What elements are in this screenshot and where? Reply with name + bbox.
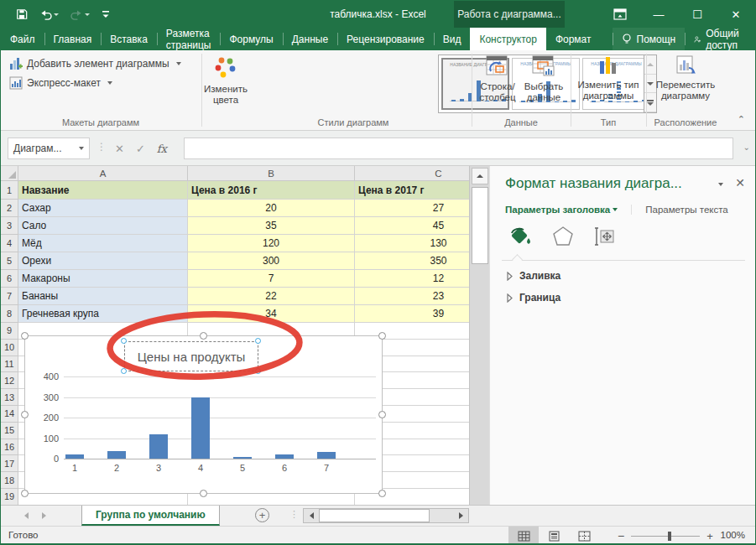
scroll-right-button[interactable]	[453, 509, 468, 522]
zoom-slider[interactable]	[631, 536, 700, 537]
ribbon-tab-файл[interactable]: Файл	[1, 28, 44, 50]
scroll-up-button[interactable]	[472, 168, 488, 184]
title-handle-br[interactable]	[255, 368, 261, 374]
column-header-B[interactable]: B	[188, 166, 355, 181]
tab-text-options[interactable]: Параметры текста	[631, 205, 727, 215]
cell-price-2017[interactable]: 45	[355, 217, 469, 235]
switch-row-column-button[interactable]: Строка/ столбец	[476, 54, 519, 103]
cancel-button[interactable]: ✕	[115, 143, 124, 155]
cell-price-2017[interactable]: 12	[355, 270, 469, 288]
row-header-3[interactable]: 3	[1, 217, 18, 235]
chart-handle-top-right[interactable]	[378, 332, 386, 340]
title-handle-bl[interactable]	[121, 368, 127, 374]
row-header-16[interactable]: 16	[1, 439, 18, 456]
row-header-6[interactable]: 6	[1, 270, 18, 288]
effects-button[interactable]	[552, 226, 574, 250]
ribbon-tab-общий-доступ[interactable]: Общий доступ	[685, 28, 753, 50]
cell-price-2016[interactable]: 7	[188, 270, 355, 288]
row-header-2[interactable]: 2	[1, 200, 18, 217]
formula-bar-expand-button[interactable]: ⌄	[743, 143, 750, 152]
save-button[interactable]	[16, 8, 28, 20]
next-sheet-button[interactable]	[42, 512, 46, 519]
cell-product-name[interactable]: Мёд	[18, 235, 188, 252]
ribbon-tab-формулы[interactable]: Формулы	[220, 28, 282, 50]
ribbon-tab-главная[interactable]: Главная	[44, 28, 102, 50]
ribbon-tab-формат[interactable]: Формат	[546, 28, 601, 50]
chart-bar[interactable]	[107, 451, 126, 459]
cell-price-2016[interactable]: 300	[188, 252, 355, 270]
cell-price-2016[interactable]: 20	[188, 200, 355, 217]
ribbon-tab-данные[interactable]: Данные	[283, 28, 337, 50]
ribbon-display-options-button[interactable]	[601, 1, 639, 28]
row-header-14[interactable]: 14	[1, 406, 18, 423]
horizontal-scroll-thumb[interactable]	[319, 509, 430, 522]
chart-bar[interactable]	[149, 434, 168, 459]
cell-product-name[interactable]: Сало	[18, 217, 188, 235]
change-colors-button[interactable]: Изменить цвета	[184, 55, 268, 106]
ribbon-tab-рецензирование[interactable]: Рецензирование	[337, 28, 434, 50]
row-header-12[interactable]: 12	[1, 372, 18, 389]
chart-title[interactable]: Цены на продукты	[124, 341, 258, 371]
sheet-tab-active[interactable]: Группа по умолчанию	[81, 506, 220, 526]
chart-handle-bottom-right[interactable]	[378, 490, 386, 497]
customize-qat-button[interactable]	[102, 9, 110, 19]
task-pane-close-button[interactable]: ✕	[735, 176, 745, 189]
chart-bar[interactable]	[191, 397, 210, 459]
cell[interactable]: Цена в 2017 г	[355, 181, 469, 200]
row-header-17[interactable]: 17	[1, 455, 18, 472]
task-pane-menu-caret[interactable]	[718, 183, 723, 186]
add-chart-element-button[interactable]: Добавить элемент диаграммы	[6, 55, 185, 72]
chart-bar[interactable]	[317, 452, 336, 459]
zoom-out-button[interactable]: −	[618, 529, 624, 542]
chart-handle-mid-right[interactable]	[378, 411, 386, 418]
chart-handle-top-left[interactable]	[21, 332, 29, 340]
row-header-8[interactable]: 8	[1, 305, 18, 323]
name-box[interactable]: Диаграм...	[8, 138, 90, 159]
row-header-19[interactable]: 19	[1, 489, 18, 505]
select-data-button[interactable]: Выбрать данные	[521, 54, 566, 103]
chart-bar[interactable]	[233, 457, 252, 459]
chart-handle-bottom-center[interactable]	[200, 490, 207, 497]
name-box-caret[interactable]	[79, 147, 84, 150]
move-chart-button[interactable]: Переместить диаграмму	[647, 54, 724, 101]
row-header-5[interactable]: 5	[1, 252, 18, 270]
worksheet-grid[interactable]: ABC1НавзаниеЦена в 2016 гЦена в 2017 г2С…	[1, 166, 469, 505]
cell-price-2016[interactable]: 120	[188, 235, 355, 252]
title-handle-tl[interactable]	[121, 338, 127, 344]
cell-price-2016[interactable]: 35	[188, 217, 355, 235]
cell-price-2017[interactable]: 39	[355, 305, 469, 323]
column-header-A[interactable]: A	[18, 166, 188, 181]
chart-handle-bottom-left[interactable]	[21, 490, 29, 497]
scroll-left-button[interactable]	[304, 509, 319, 522]
cell-price-2017[interactable]: 130	[355, 235, 469, 252]
ribbon-tab-вид[interactable]: Вид	[434, 28, 471, 50]
collapse-ribbon-button[interactable]: ⌃	[738, 114, 745, 125]
column-header-C[interactable]: C	[355, 166, 469, 181]
maximize-button[interactable]: ☐	[678, 1, 717, 28]
fill-and-line-button[interactable]	[508, 225, 534, 251]
normal-view-button[interactable]	[508, 527, 539, 545]
cell[interactable]: Цена в 2016 г	[188, 181, 355, 200]
section-border[interactable]: Граница	[507, 292, 560, 304]
horizontal-scrollbar[interactable]	[303, 508, 469, 523]
zoom-in-button[interactable]: +	[706, 530, 713, 542]
row-header-10[interactable]: 10	[1, 340, 18, 356]
cell-product-name[interactable]: Гречневая крупа	[18, 305, 188, 323]
select-all-corner[interactable]	[1, 166, 18, 181]
cell-price-2017[interactable]: 350	[355, 252, 469, 270]
chart-bar[interactable]	[275, 454, 294, 459]
row-header-18[interactable]: 18	[1, 472, 18, 489]
row-header-4[interactable]: 4	[1, 235, 18, 252]
cell-product-name[interactable]: Макароны	[18, 270, 188, 288]
enter-button[interactable]: ✓	[136, 143, 145, 155]
close-button[interactable]: ✕	[717, 1, 755, 28]
ribbon-tab-разметка-страницы[interactable]: Разметка страницы	[157, 28, 221, 50]
size-properties-button[interactable]	[592, 226, 616, 250]
ribbon-tab-конструктор[interactable]: Конструктор	[470, 28, 545, 50]
cell-price-2016[interactable]: 22	[188, 288, 355, 305]
undo-button[interactable]	[39, 9, 59, 20]
title-handle-tr[interactable]	[255, 338, 261, 344]
section-fill[interactable]: Заливка	[507, 270, 560, 282]
vertical-scroll-thumb[interactable]	[472, 187, 488, 264]
chart-handle-mid-left[interactable]	[21, 411, 29, 418]
